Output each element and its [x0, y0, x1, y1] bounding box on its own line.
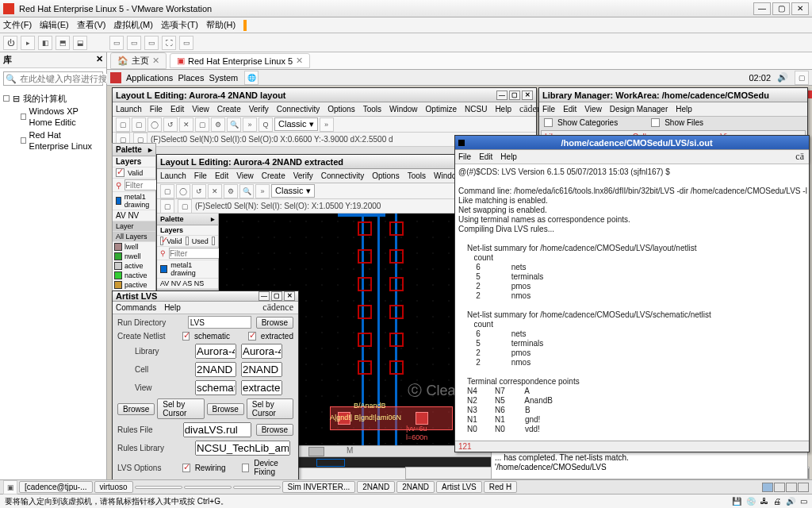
toolbar-play-icon[interactable]: ▸: [21, 36, 35, 50]
tool-icon[interactable]: »: [320, 117, 334, 132]
rewiring-check[interactable]: [182, 464, 190, 472]
layer-swatch[interactable]: [116, 197, 121, 205]
menu-item[interactable]: Launch: [160, 171, 186, 180]
minimize-icon[interactable]: —: [496, 90, 508, 100]
close-icon[interactable]: ✕: [96, 54, 103, 66]
close-button[interactable]: ✕: [791, 2, 809, 15]
workspace-3[interactable]: [786, 483, 797, 492]
tool-icon[interactable]: ▢: [160, 184, 174, 198]
tree-item[interactable]: Red Hat Enterprise Linux: [3, 129, 103, 152]
menu-item[interactable]: View: [236, 171, 254, 180]
rules-lib-input[interactable]: [195, 441, 290, 456]
tool-icon[interactable]: ▢: [160, 199, 174, 214]
zoom-icon[interactable]: 🔍: [239, 184, 254, 198]
layer-row[interactable]: active: [113, 261, 155, 271]
task-item[interactable]: Red H: [484, 481, 517, 493]
menu-help[interactable]: 帮助(H): [206, 19, 236, 31]
gnome-apps[interactable]: Applications: [126, 73, 173, 83]
maximize-button[interactable]: ▢: [772, 2, 790, 15]
device-icon[interactable]: 💿: [746, 497, 756, 506]
toolbar-btn[interactable]: ▭: [144, 36, 159, 50]
zoom-icon[interactable]: 🔍: [227, 117, 241, 132]
menu-item[interactable]: Launch: [116, 105, 142, 114]
menu-item[interactable]: Create: [217, 105, 241, 114]
palette-1[interactable]: Palette▸ Layers Valid ⚲ metal1 drawing A…: [112, 143, 156, 302]
gnome-places[interactable]: Places: [178, 73, 204, 83]
sel-cursor-button[interactable]: Sel by Cursor: [157, 398, 204, 419]
menu-vm[interactable]: 虚拟机(M): [113, 19, 153, 31]
menu-item[interactable]: Options: [327, 105, 354, 114]
menu-item[interactable]: Help: [164, 303, 181, 312]
layer-row[interactable]: pactive: [113, 280, 155, 290]
tool-icon[interactable]: ⚙: [224, 184, 238, 198]
menu-item[interactable]: Connectivity: [321, 171, 364, 180]
maximize-icon[interactable]: ▢: [509, 90, 520, 100]
close-icon[interactable]: ✕: [522, 90, 533, 100]
task-item[interactable]: [184, 486, 232, 489]
menu-item[interactable]: NCSU: [465, 105, 487, 114]
device-icon[interactable]: ▭: [800, 497, 807, 506]
device-icon[interactable]: 🖨: [773, 497, 781, 506]
layer-swatch[interactable]: [160, 265, 167, 273]
menu-item[interactable]: Edit: [215, 171, 228, 180]
valid-check[interactable]: [160, 237, 163, 245]
toolbar-snapshot-icon[interactable]: ◧: [38, 36, 52, 50]
menu-file[interactable]: 文件(F): [3, 19, 32, 31]
schematic-check[interactable]: [182, 332, 190, 341]
task-item[interactable]: [233, 486, 281, 489]
menu-item[interactable]: Verify: [249, 105, 269, 114]
show-files-check[interactable]: [651, 118, 660, 127]
menu-view[interactable]: 查看(V): [77, 19, 106, 31]
menu-item[interactable]: Tools: [408, 171, 426, 180]
tree-root[interactable]: ⊟我的计算机: [3, 92, 103, 105]
tool-icon[interactable]: ◯: [147, 117, 162, 132]
maximize-icon[interactable]: ▢: [271, 291, 282, 301]
toolbar-btn[interactable]: ▭: [179, 36, 193, 50]
tray-icon[interactable]: ▢: [795, 71, 809, 85]
menu-tabs[interactable]: 选项卡(T): [161, 19, 198, 31]
workspace-1[interactable]: [762, 483, 773, 492]
layer-row[interactable]: nactive: [113, 271, 155, 280]
library-search[interactable]: 🔍 ▾: [3, 71, 103, 86]
show-cat-check[interactable]: [544, 118, 553, 127]
menu-item[interactable]: Help: [500, 152, 517, 161]
tool-icon[interactable]: ⚙: [211, 117, 225, 132]
tool-icon[interactable]: ▢: [195, 117, 209, 132]
log-area[interactable]: ... has completed. The net-lists match. …: [491, 451, 808, 479]
menu-edit[interactable]: 编辑(E): [40, 19, 69, 31]
workspace-4[interactable]: [798, 483, 809, 492]
device-icon[interactable]: 🔊: [786, 497, 795, 506]
tool-icon[interactable]: ↺: [163, 117, 178, 132]
toolbar-btn[interactable]: ⬒: [56, 36, 70, 50]
cell-e-input[interactable]: [241, 362, 282, 377]
used-check[interactable]: [186, 237, 189, 245]
layer-row[interactable]: lwell: [113, 242, 155, 252]
menu-item[interactable]: Tools: [363, 105, 381, 114]
lib-s-input[interactable]: [195, 344, 236, 359]
menu-item[interactable]: Help: [495, 105, 511, 114]
device-icon[interactable]: 💾: [732, 497, 741, 506]
menu-item[interactable]: View: [584, 105, 602, 114]
menu-item[interactable]: Optimize: [426, 105, 457, 114]
sel-cursor-button[interactable]: Sel by Cursor: [247, 398, 293, 419]
clock[interactable]: 02:02: [749, 73, 771, 83]
tool-icon[interactable]: ▢: [178, 199, 192, 214]
tool-icon[interactable]: Q: [259, 117, 273, 132]
all-layers[interactable]: All Layers: [113, 232, 155, 242]
menu-item[interactable]: Create: [262, 171, 285, 180]
library-tree[interactable]: ⊟我的计算机 Windows XP Home Editic Red Hat En…: [0, 89, 106, 156]
close-icon[interactable]: ✕: [284, 291, 295, 301]
menu-item[interactable]: Window: [389, 105, 418, 114]
view-s-input[interactable]: [195, 380, 236, 395]
menu-item[interactable]: File: [150, 105, 163, 114]
menu-item[interactable]: Edit: [563, 105, 576, 114]
device-icon[interactable]: 🖧: [760, 497, 768, 506]
browse-button[interactable]: Browse: [207, 403, 244, 415]
menu-item[interactable]: Help: [676, 105, 692, 114]
task-item[interactable]: Sim INVERTER...: [282, 481, 356, 493]
view-e-input[interactable]: [241, 380, 282, 395]
minimize-button[interactable]: —: [753, 2, 771, 15]
workspace-select[interactable]: Classic ▾: [271, 184, 315, 198]
task-item[interactable]: [cadence@tjpu-...: [19, 481, 93, 493]
menu-item[interactable]: Edit: [479, 152, 492, 161]
